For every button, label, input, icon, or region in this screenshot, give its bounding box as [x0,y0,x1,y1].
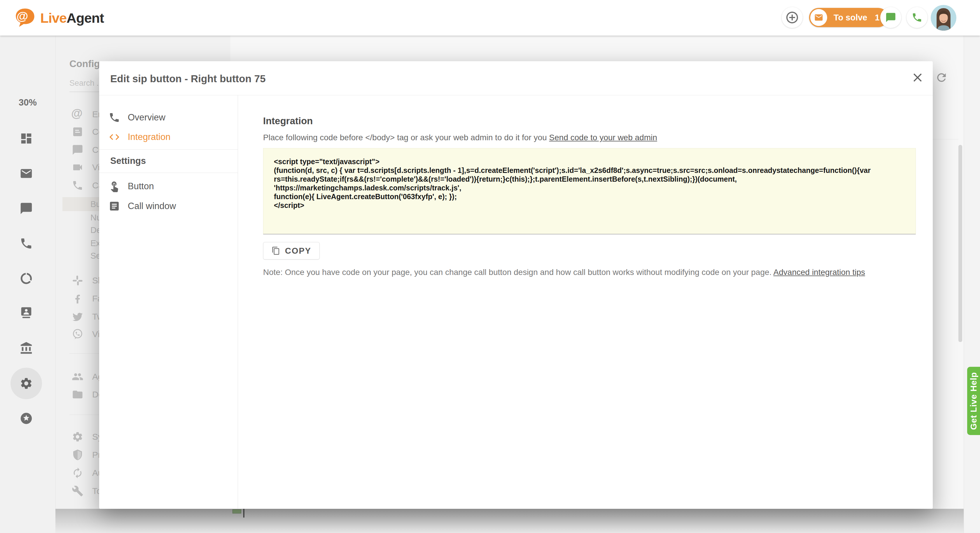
usage-percent: 30% [0,97,56,108]
chat-icon[interactable] [19,202,33,215]
tab-label: Integration [128,132,171,142]
integration-heading: Integration [263,115,313,127]
send-code-link[interactable]: Send code to your web admin [549,133,657,142]
touch-icon [108,180,120,192]
tab-label: Button [128,181,154,192]
to-solve-button[interactable]: To solve 1 [809,8,888,27]
gear-icon[interactable] [19,377,33,390]
slack-icon [72,275,83,286]
tab-label: Overview [128,112,165,123]
brand-wordmark: LiveAgent [40,10,104,26]
scrollbar-thumb[interactable] [958,145,962,342]
code-line: rs=this.readyState;if(rs&&(rs!='complete… [274,175,916,183]
get-live-help-tab[interactable]: Get Live Help [967,367,980,435]
to-solve-count: 1 [875,13,880,22]
instruction-text: Place following code before </body> tag … [263,133,549,142]
right-side-panel [964,36,980,533]
integration-code-block[interactable]: <script type="text/javascript"> (functio… [263,148,916,234]
wrench-icon [72,485,83,497]
viber-icon [72,328,83,340]
settings-section-header: Settings [110,156,146,166]
code-line: 'https://marketingchamps.ladesk.com/scri… [274,183,916,192]
code-icon [108,131,120,143]
tab-label: Call window [128,201,176,212]
calls-button[interactable] [907,7,928,28]
tab-overview[interactable]: Overview [99,108,237,127]
advanced-tips-link[interactable]: Advanced integration tips [773,268,865,277]
chat-icon [885,12,896,23]
code-line: <script type="text/javascript"> [274,157,916,166]
people-icon [72,371,83,383]
star-circle-icon[interactable] [19,412,33,425]
liveagent-logo-icon: @ [14,7,36,29]
close-icon[interactable] [911,70,924,84]
phone-icon [108,112,120,123]
note-text: Note: Once you have code on your page, y… [263,268,773,277]
tab-integration[interactable]: Integration [99,127,237,147]
sync-icon [72,467,83,479]
integration-instruction: Place following code before </body> tag … [263,133,657,142]
chat-icon [72,144,83,156]
dimmed-page-bottom [56,509,964,533]
code-line: </script> [274,201,916,210]
get-live-help-label: Get Live Help [969,372,978,430]
envelope-badge [810,9,827,26]
bank-icon[interactable] [19,341,33,355]
video-icon [72,162,83,173]
background-green-button [232,509,241,514]
mail-icon[interactable] [19,167,33,180]
brand-live: Live [40,10,67,25]
top-header: @ LiveAgent To solve 1 [0,0,980,36]
add-button[interactable] [782,7,803,28]
usage-ring-icon[interactable] [19,272,33,285]
folder-icon [72,389,83,400]
twitter-icon [72,311,83,323]
code-line: function(e){ LiveAgent.createButton('063… [274,192,916,201]
contacts-icon[interactable] [19,306,33,319]
brand-agent: Agent [67,10,104,25]
edit-sip-button-modal: Edit sip button - Right button 75 Overvi… [99,61,933,509]
plus-circle-icon [785,11,799,24]
envelope-icon [814,13,823,22]
phone-icon [912,12,923,23]
chats-button[interactable] [880,7,901,28]
divider [99,149,238,150]
gear-icon [72,431,83,442]
refresh-icon[interactable] [935,71,948,84]
copy-button-label: COPY [285,246,311,256]
to-solve-label: To solve [834,13,867,22]
form-icon [72,126,83,138]
dashboard-icon[interactable] [19,132,33,145]
phone-icon[interactable] [19,237,33,250]
modal-sidebar-divider [238,95,238,509]
left-icon-rail: 30% [0,36,56,533]
tab-call-window[interactable]: Call window [99,197,237,216]
avatar[interactable] [931,5,956,30]
copy-button[interactable]: COPY [263,242,320,259]
tab-button[interactable]: Button [99,177,237,196]
modal-header-divider [99,95,933,95]
at-icon: @ [71,107,83,120]
integration-note: Note: Once you have code on your page, y… [263,268,865,277]
code-line: (function(d, src, c) { var t=d.scripts[d… [274,166,916,175]
facebook-icon [72,293,83,304]
document-icon [108,200,120,212]
shield-icon [72,449,83,461]
background-table-line [243,509,244,517]
phone-icon [72,180,83,191]
app-root: 30% Configur Search ... @ Em Co Ch Vid [0,0,980,533]
svg-text:@: @ [16,10,28,23]
modal-title: Edit sip button - Right button 75 [110,73,266,84]
brand-logo[interactable]: @ LiveAgent [14,7,104,29]
copy-icon [272,247,280,255]
